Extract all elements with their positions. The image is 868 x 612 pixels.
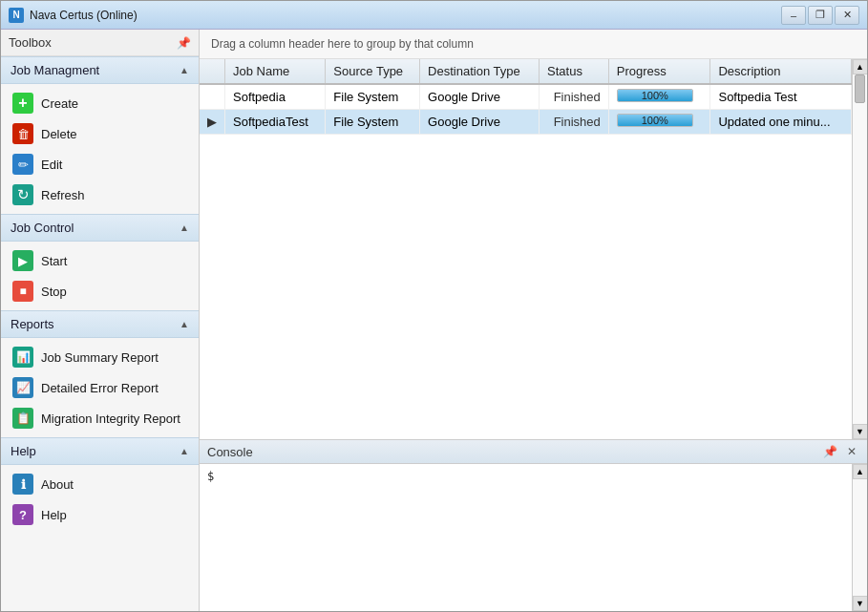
scroll-thumb[interactable] [855, 74, 865, 103]
job-table-area: Job Name Source Type Destination Type St… [200, 59, 867, 439]
toolbox-title: Toolbox [9, 35, 52, 50]
progress-bar: 100% [617, 114, 693, 127]
drag-hint: Drag a column header here to group by th… [200, 30, 867, 59]
sidebar-item-start[interactable]: ▶ Start [1, 245, 199, 276]
right-panel: Drag a column header here to group by th… [200, 30, 867, 611]
reports-chevron: ▲ [180, 319, 189, 329]
row-source-type: File System [326, 110, 420, 135]
col-job-name[interactable]: Job Name [225, 59, 326, 84]
job-table-container[interactable]: Job Name Source Type Destination Type St… [200, 59, 852, 439]
table-row[interactable]: ▶ SoftpediaTest File System Google Drive… [200, 110, 852, 135]
sidebar-item-edit[interactable]: ✏ Edit [1, 149, 199, 179]
row-status: Finished [540, 110, 609, 135]
about-label: About [41, 477, 74, 492]
help-section-chevron: ▲ [180, 446, 189, 456]
table-header-row: Job Name Source Type Destination Type St… [200, 59, 852, 84]
row-progress: 100% [608, 110, 710, 135]
sidebar-item-about[interactable]: ℹ About [1, 469, 199, 499]
console-content[interactable]: $ [200, 464, 852, 611]
sidebar-item-help[interactable]: ? Help [1, 499, 199, 530]
sidebar-item-job-summary[interactable]: 📊 Job Summary Report [1, 342, 199, 372]
row-description: Updated one minu... [710, 110, 852, 135]
col-description[interactable]: Description [710, 59, 852, 84]
help-section-label: Help [11, 444, 36, 458]
console-pin-button[interactable]: 📌 [820, 444, 840, 459]
toolbox-pin-icon[interactable]: 📌 [177, 36, 191, 50]
row-destination-type: Google Drive [420, 84, 540, 110]
row-job-name: Softpedia [225, 84, 326, 110]
progress-text: 100% [618, 115, 692, 126]
minimize-button[interactable]: – [781, 6, 806, 25]
job-management-label: Job Managment [11, 63, 99, 77]
close-button[interactable]: ✕ [835, 6, 859, 25]
console-scroll-down[interactable]: ▼ [853, 596, 868, 611]
row-status: Finished [540, 84, 609, 110]
console-prompt: $ [207, 470, 214, 483]
migration-integrity-label: Migration Integrity Report [41, 412, 180, 426]
table-row[interactable]: Softpedia File System Google Drive Finis… [200, 84, 852, 110]
main-content: Toolbox 📌 Job Managment ▲ + Create 🗑 Del… [1, 30, 867, 611]
main-window: N Nava Certus (Online) – ❐ ✕ Toolbox 📌 J… [0, 0, 868, 612]
job-management-section-header[interactable]: Job Managment ▲ [1, 56, 199, 84]
sidebar-item-delete[interactable]: 🗑 Delete [1, 118, 199, 149]
col-source-type[interactable]: Source Type [326, 59, 420, 84]
window-title: Nava Certus (Online) [30, 9, 781, 22]
job-control-chevron: ▲ [180, 222, 189, 233]
help-items: ℹ About ? Help [1, 465, 199, 534]
toolbox-sidebar: Toolbox 📌 Job Managment ▲ + Create 🗑 Del… [1, 30, 200, 611]
row-arrow-cell [200, 84, 225, 110]
restore-button[interactable]: ❐ [808, 6, 833, 25]
sidebar-item-migration-integrity[interactable]: 📋 Migration Integrity Report [1, 403, 199, 433]
delete-icon: 🗑 [12, 123, 33, 144]
console-body: $ ▲ ▼ [200, 464, 867, 611]
col-progress[interactable]: Progress [608, 59, 710, 84]
col-destination-type[interactable]: Destination Type [420, 59, 540, 84]
scroll-down-arrow[interactable]: ▼ [853, 424, 868, 439]
job-table: Job Name Source Type Destination Type St… [200, 59, 852, 135]
job-summary-label: Job Summary Report [41, 350, 159, 365]
progress-bar: 100% [617, 89, 693, 102]
edit-label: Edit [41, 158, 62, 172]
edit-icon: ✏ [12, 154, 33, 175]
console-close-button[interactable]: ✕ [844, 444, 859, 459]
job-control-label: Job Control [11, 221, 74, 235]
scroll-up-arrow[interactable]: ▲ [853, 59, 868, 74]
title-bar: N Nava Certus (Online) – ❐ ✕ [1, 1, 867, 30]
help-label: Help [41, 508, 67, 522]
console-scroll-up[interactable]: ▲ [853, 464, 868, 479]
job-control-section-header[interactable]: Job Control ▲ [1, 214, 199, 242]
reports-section-header[interactable]: Reports ▲ [1, 310, 199, 338]
start-icon: ▶ [12, 250, 33, 271]
refresh-label: Refresh [41, 188, 85, 202]
row-job-name: SoftpediaTest [225, 110, 326, 135]
row-arrow-cell: ▶ [200, 110, 225, 135]
detailed-error-icon: 📈 [12, 377, 33, 398]
sidebar-item-detailed-error[interactable]: 📈 Detailed Error Report [1, 372, 199, 403]
create-icon: + [12, 93, 33, 114]
start-label: Start [41, 254, 67, 268]
sidebar-item-create[interactable]: + Create [1, 88, 199, 118]
scroll-track[interactable] [853, 74, 867, 424]
delete-label: Delete [41, 127, 77, 141]
console-controls: 📌 ✕ [820, 444, 859, 459]
row-destination-type: Google Drive [420, 110, 540, 135]
job-management-items: + Create 🗑 Delete ✏ Edit ↻ Refresh [1, 84, 199, 214]
window-controls: – ❐ ✕ [781, 6, 859, 25]
job-control-items: ▶ Start ■ Stop [1, 242, 199, 310]
toolbox-header: Toolbox 📌 [1, 30, 199, 56]
help-section-header[interactable]: Help ▲ [1, 437, 199, 465]
sidebar-item-stop[interactable]: ■ Stop [1, 276, 199, 306]
sidebar-item-refresh[interactable]: ↻ Refresh [1, 179, 199, 210]
progress-text: 100% [618, 90, 692, 101]
row-source-type: File System [326, 84, 420, 110]
migration-integrity-icon: 📋 [12, 408, 33, 429]
job-management-chevron: ▲ [180, 65, 189, 75]
console-scrollbar-v[interactable]: ▲ ▼ [852, 464, 867, 611]
reports-label: Reports [11, 317, 54, 331]
job-summary-icon: 📊 [12, 347, 33, 368]
col-status[interactable]: Status [540, 59, 609, 84]
about-icon: ℹ [12, 474, 33, 495]
console-scroll-track[interactable] [853, 479, 867, 596]
table-scrollbar-v[interactable]: ▲ ▼ [852, 59, 867, 439]
detailed-error-label: Detailed Error Report [41, 381, 159, 395]
